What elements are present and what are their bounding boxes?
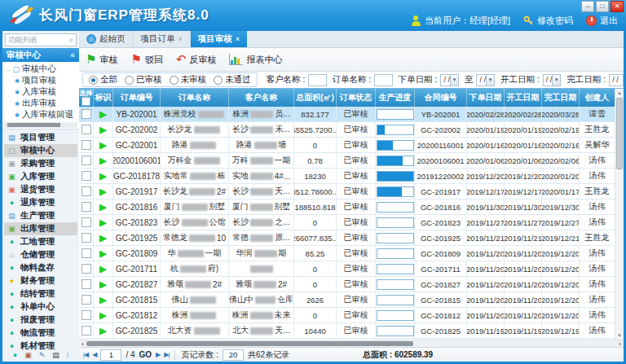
table-row[interactable]: ▶GC-201827雅颂2#雅颂2#0已审核GC-2018272019/11/2… [79, 277, 624, 292]
radio-icon[interactable] [89, 76, 98, 85]
table-row[interactable]: ▶GC-201812株洲株洲未来0已审核GC-2018122019/11/202… [79, 308, 624, 323]
radio-icon[interactable] [170, 76, 179, 85]
scroll-down-icon[interactable]: ▼ [615, 331, 624, 340]
vertical-scrollbar[interactable]: ▲ ▼ [615, 89, 624, 340]
table-row[interactable]: ▶GC-201825北大资北大天...10440已审核GC-2018252019… [79, 323, 624, 339]
sidebar-item[interactable]: ●结转管理 [2, 287, 79, 300]
tree-root[interactable]: – ▢ 审核中心 [2, 64, 79, 75]
radio-icon[interactable] [214, 76, 223, 85]
table-row[interactable]: ▶GC-202001路港路港墙0已审核202001160012020/01/16… [79, 138, 624, 153]
select-all-checkbox[interactable] [82, 97, 90, 106]
table-row[interactable]: ▶GC-201917长沙龙2#长沙天...8512.78600...已审核GC-… [79, 184, 624, 200]
sidebar-item[interactable]: ▣入库管理 [2, 170, 79, 183]
row-checkbox[interactable] [82, 125, 91, 134]
row-checkbox[interactable] [82, 279, 91, 289]
sidebar-item[interactable]: ●报废管理 [2, 314, 79, 327]
chevron-down-icon[interactable]: ▼ [552, 75, 560, 86]
start-date-input[interactable]: / /▼ [543, 74, 562, 86]
row-checkbox[interactable] [82, 248, 91, 258]
row-checkbox[interactable] [82, 264, 91, 274]
horizontal-scrollbar[interactable]: ◂ ▸ [79, 340, 624, 347]
tree-item[interactable]: ◉入库审核回退 [2, 109, 79, 121]
scroll-left-icon[interactable]: ◂ [79, 340, 86, 347]
sidebar-item[interactable]: ●补单中心 [2, 300, 79, 314]
reverse-audit-button[interactable]: ↶反审核 [176, 54, 217, 66]
chevron-down-icon[interactable]: ▼ [450, 75, 458, 86]
report-center-button[interactable]: 报表中心 [229, 54, 282, 66]
row-checkbox[interactable] [82, 156, 91, 165]
collapse-icon[interactable]: « [70, 50, 75, 59]
sidebar-item[interactable]: ▢审核中心 [4, 144, 77, 157]
table-row[interactable]: ▶GC-201711杭府)0已审核GC-2017112019/11/202019… [79, 261, 624, 277]
row-checkbox[interactable] [82, 186, 91, 196]
filter-radio-3[interactable]: 未通过 [214, 74, 251, 86]
sidebar-item[interactable]: ▣出库管理 [4, 222, 77, 235]
tree-item[interactable]: ◉出库审核 [2, 98, 79, 109]
more-icon[interactable]: ⁞ [67, 351, 69, 359]
change-password-button[interactable]: 修改密码 [523, 15, 573, 27]
sidebar-item[interactable]: ⌂仓储管理 [2, 248, 79, 261]
row-checkbox[interactable] [82, 202, 91, 212]
tab-project-orders[interactable]: 项目订单× [134, 31, 191, 47]
table-row[interactable]: ▶20200106001万科金万科一期0.78已审核20200106001202… [79, 153, 624, 169]
close-button[interactable]: ✕ [611, 1, 624, 12]
row-checkbox[interactable] [82, 233, 91, 243]
row-checkbox[interactable] [82, 295, 91, 305]
table-row[interactable]: ▶YB-202001株洲党校株洲员...832.177已审核YB-2020012… [79, 107, 624, 122]
sidebar-item[interactable]: ▤生产管理 [2, 209, 79, 222]
sidebar-item[interactable]: ●物料盘存 [2, 261, 79, 274]
reject-button[interactable]: ⚑驳回 [130, 54, 162, 66]
order-name-input[interactable] [374, 74, 392, 86]
pencil-icon[interactable]: ✎ [39, 351, 46, 359]
table-row[interactable]: ▶GC-202002长沙龙长沙禾...65525.7200...已审核GC-20… [79, 122, 624, 138]
order-date-to-input[interactable]: / /▼ [476, 74, 495, 86]
row-checkbox[interactable] [82, 310, 91, 320]
table-row[interactable]: ▶GC-201816厦门别墅厦门别墅188510.818已审核GC-201816… [79, 200, 624, 215]
filter-radio-0[interactable]: 全部 [89, 74, 117, 86]
tab-project-audit[interactable]: 项目审核× [191, 31, 247, 47]
finish-date-input[interactable]: / / [609, 74, 624, 86]
table-row[interactable]: ▶GC-2018178实地常栋实地4#...18230已审核2019122000… [79, 169, 624, 184]
tree-item[interactable]: ◉入库审核 [2, 86, 79, 98]
filter-radio-1[interactable]: 已审核 [125, 74, 162, 86]
page-number-input[interactable]: 1 [100, 349, 121, 361]
row-checkbox[interactable] [82, 326, 91, 335]
scroll-up-icon[interactable]: ▲ [615, 89, 624, 97]
vscroll-thumb[interactable] [616, 98, 623, 169]
table-row[interactable]: ▶GC-201823长沙公馆长沙之...0已审核GC-2018232019/11… [79, 215, 624, 230]
go-button[interactable]: GO [139, 350, 152, 359]
next-page-button[interactable]: ▶ [156, 351, 160, 358]
hscroll-thumb[interactable] [86, 341, 413, 346]
sidebar-item[interactable]: ▣采购管理 [2, 157, 79, 170]
book-icon[interactable]: ▤ [52, 351, 60, 359]
logout-button[interactable]: 退出 [586, 15, 618, 27]
first-page-button[interactable]: |◀ [83, 351, 88, 358]
audit-button[interactable]: ⚑审核 [86, 54, 117, 66]
sidebar-item[interactable]: ▣退货管理 [2, 183, 79, 196]
sidebar-item[interactable]: ●工地管理 [2, 235, 79, 248]
close-icon[interactable]: × [236, 35, 240, 43]
function-search-input[interactable]: 功能列表 ⌕ [5, 33, 77, 46]
table-row[interactable]: ▶GC-201809华一期华润期85.25已审核GC-2018092019/11… [79, 246, 624, 261]
sidebar-item[interactable]: ●财务管理 [2, 274, 79, 287]
minimize-button[interactable]: – [581, 1, 594, 12]
filter-radio-2[interactable]: 未审核 [170, 74, 207, 86]
tree-item[interactable]: ◉项目审核 [2, 75, 79, 86]
row-checkbox[interactable] [82, 140, 91, 150]
prev-page-button[interactable]: ◀ [92, 351, 96, 358]
row-checkbox[interactable] [82, 171, 91, 181]
chevron-down-icon[interactable]: ▼ [486, 75, 494, 86]
row-checkbox[interactable] [82, 109, 91, 119]
radio-icon[interactable] [125, 76, 134, 85]
order-date-from-input[interactable]: / /▼ [440, 74, 459, 86]
tree-hscrollbar[interactable] [4, 122, 77, 128]
sidebar-item[interactable]: ●退库管理 [2, 196, 79, 209]
customer-name-input[interactable] [308, 74, 326, 86]
table-row[interactable]: ▶GC-201925常德龙10常德原...266077.835...已审核GC-… [79, 230, 624, 246]
page-size-input[interactable]: 20 [223, 349, 244, 361]
tab-home[interactable]: ⌂起始页 [79, 31, 134, 47]
cart-icon[interactable]: ▣ [24, 351, 32, 359]
sidebar-item[interactable]: ●物流管理 [2, 327, 79, 340]
table-row[interactable]: ▶GC-201815佛山佛山中仓库2626已审核GC-2018152019/11… [79, 292, 624, 308]
scroll-right-icon[interactable]: ▸ [617, 340, 624, 347]
